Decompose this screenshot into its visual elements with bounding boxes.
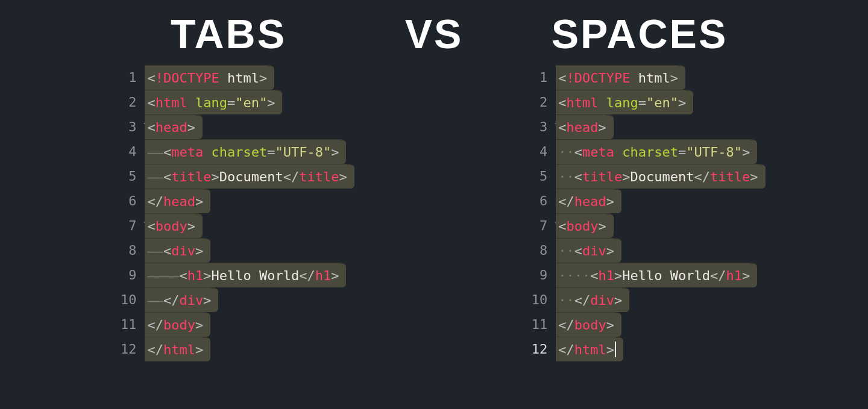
heading-tabs: TABS — [171, 13, 286, 54]
editor-tabs[interactable]: 1<!DOCTYPE html>2<html lang="en">3<head>… — [106, 65, 350, 361]
token-tag: head — [574, 194, 606, 209]
line-number[interactable]: 10 — [517, 287, 555, 312]
code-line[interactable]: </html> — [145, 337, 207, 361]
line-number[interactable]: 3 — [517, 114, 555, 139]
code-line[interactable]: </body> — [556, 312, 618, 337]
code-row[interactable]: 11</body> — [106, 312, 350, 337]
code-row[interactable]: 3<head> — [517, 114, 761, 139]
token-punct: < — [147, 120, 155, 135]
line-number[interactable]: 1 — [106, 65, 143, 90]
line-number[interactable]: 12 — [106, 337, 143, 361]
code-line[interactable]: <body> — [556, 213, 609, 238]
code-line[interactable]: ··</div> — [556, 287, 626, 312]
code-row[interactable]: 11</body> — [517, 312, 761, 337]
code-row[interactable]: 9————<h1>Hello World</h1> — [106, 263, 350, 287]
line-number[interactable]: 9 — [517, 263, 555, 287]
line-number[interactable]: 2 — [106, 90, 143, 114]
token-punct: > — [622, 169, 630, 184]
code-row[interactable]: 12</html> — [517, 337, 761, 361]
code-row[interactable]: 1<!DOCTYPE html> — [106, 65, 350, 90]
heading-spaces: SPACES — [552, 13, 728, 54]
code-row[interactable]: 2<html lang="en"> — [517, 90, 761, 114]
code-line[interactable]: ··<div> — [556, 238, 618, 263]
code-line[interactable]: <!DOCTYPE html> — [556, 65, 682, 90]
token-punct: > — [331, 268, 339, 283]
code-line[interactable]: <html lang="en"> — [556, 90, 690, 114]
token-punct: < — [163, 145, 171, 160]
code-row[interactable]: 4··<meta charset="UTF-8"> — [517, 139, 761, 164]
line-number[interactable]: 5 — [106, 164, 143, 189]
code-line[interactable]: ··<meta charset="UTF-8"> — [556, 139, 753, 164]
token-punct: < — [179, 268, 187, 283]
token-punct: < — [558, 219, 566, 234]
code-row[interactable]: 6</head> — [106, 189, 350, 213]
token-punct: < — [163, 243, 171, 258]
line-number[interactable]: 8 — [106, 238, 143, 263]
token-punct: </ — [163, 293, 180, 308]
heading-vs: VS — [405, 13, 464, 54]
token-str: "en" — [646, 95, 678, 110]
token-punct: > — [195, 342, 203, 357]
code-row[interactable]: 8——<div> — [106, 238, 350, 263]
code-line[interactable]: ——<meta charset="UTF-8"> — [145, 139, 342, 164]
code-row[interactable]: 10——</div> — [106, 287, 350, 312]
code-line[interactable]: ——<title>Document</title> — [145, 164, 350, 189]
code-line[interactable]: </body> — [145, 312, 207, 337]
token-punct: < — [574, 243, 582, 258]
line-number[interactable]: 1 — [517, 65, 555, 90]
code-row[interactable]: 3<head> — [106, 114, 350, 139]
code-line[interactable]: ····<h1>Hello World</h1> — [556, 263, 753, 287]
token-tag: html — [574, 342, 606, 357]
code-line[interactable]: <head> — [145, 114, 198, 139]
code-row[interactable]: 8··<div> — [517, 238, 761, 263]
code-line[interactable]: <!DOCTYPE html> — [145, 65, 271, 90]
code-line[interactable]: ——</div> — [145, 287, 215, 312]
code-row[interactable]: 10··</div> — [517, 287, 761, 312]
line-number[interactable]: 8 — [517, 238, 555, 263]
code-row[interactable]: 9····<h1>Hello World</h1> — [517, 263, 761, 287]
code-row[interactable]: 7<body> — [106, 213, 350, 238]
code-line[interactable]: ————<h1>Hello World</h1> — [145, 263, 342, 287]
code-line[interactable]: </head> — [145, 189, 207, 213]
token-str: "en" — [235, 95, 267, 110]
line-number[interactable]: 9 — [106, 263, 143, 287]
token-str: "UTF-8" — [275, 145, 331, 160]
code-line[interactable]: </head> — [556, 189, 618, 213]
line-number[interactable]: 4 — [517, 139, 555, 164]
editor-spaces[interactable]: 1<!DOCTYPE html>2<html lang="en">3<head>… — [517, 65, 761, 361]
code-line[interactable]: </html> — [556, 337, 620, 361]
line-number[interactable]: 6 — [106, 189, 143, 213]
code-row[interactable]: 12</html> — [106, 337, 350, 361]
line-number[interactable]: 11 — [517, 312, 555, 337]
token-punct: > — [267, 95, 275, 110]
code-row[interactable]: 7<body> — [517, 213, 761, 238]
code-row[interactable]: 6</head> — [517, 189, 761, 213]
code-line[interactable]: <head> — [556, 114, 609, 139]
line-number[interactable]: 3 — [106, 114, 143, 139]
code-row[interactable]: 1<!DOCTYPE html> — [517, 65, 761, 90]
token-ig: —— — [147, 169, 163, 184]
line-number[interactable]: 2 — [517, 90, 555, 114]
code-row[interactable]: 2<html lang="en"> — [106, 90, 350, 114]
line-number[interactable]: 11 — [106, 312, 143, 337]
code-row[interactable]: 5··<title>Document</title> — [517, 164, 761, 189]
code-line[interactable]: ——<div> — [145, 238, 207, 263]
token-tag: !DOCTYPE — [567, 70, 631, 86]
code-row[interactable]: 5——<title>Document</title> — [106, 164, 350, 189]
token-tag: body — [574, 317, 606, 333]
token-punct: > — [187, 120, 195, 135]
line-number[interactable]: 4 — [106, 139, 143, 164]
line-number[interactable]: 5 — [517, 164, 555, 189]
code-row[interactable]: 4——<meta charset="UTF-8"> — [106, 139, 350, 164]
code-line[interactable]: <body> — [145, 213, 198, 238]
line-number[interactable]: 7 — [106, 213, 143, 238]
line-number[interactable]: 6 — [517, 189, 555, 213]
token-ig: ·· — [558, 243, 574, 258]
token-punct: </ — [147, 317, 163, 333]
token-tag: h1 — [726, 268, 743, 283]
code-line[interactable]: ··<title>Document</title> — [556, 164, 761, 189]
code-line[interactable]: <html lang="en"> — [145, 90, 278, 114]
line-number[interactable]: 10 — [106, 287, 143, 312]
line-number[interactable]: 12 — [517, 337, 555, 361]
line-number[interactable]: 7 — [517, 213, 555, 238]
